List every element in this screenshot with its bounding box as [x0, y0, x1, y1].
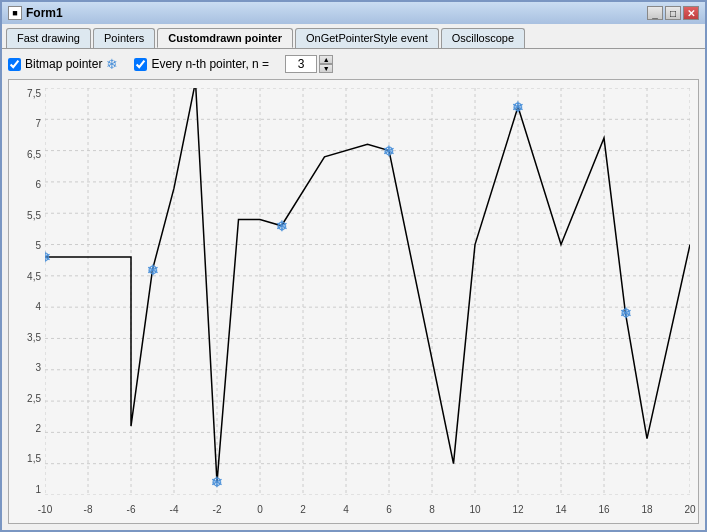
- svg-text:❄: ❄: [620, 305, 632, 321]
- bitmap-pointer-checkbox[interactable]: [8, 58, 21, 71]
- every-nth-checkbox[interactable]: [134, 58, 147, 71]
- x-axis-labels: -10-8-6-4-202468101214161820: [45, 497, 690, 521]
- content-area: Bitmap pointer ❄ Every n-th pointer, n =…: [2, 48, 705, 530]
- toolbar: Bitmap pointer ❄ Every n-th pointer, n =…: [8, 55, 699, 73]
- tab-ongetpointerstyle-event[interactable]: OnGetPointerStyle event: [295, 28, 439, 48]
- x-label: 4: [343, 504, 349, 515]
- window-title: Form1: [26, 6, 63, 20]
- x-label: 2: [300, 504, 306, 515]
- x-label: -4: [170, 504, 179, 515]
- x-label: 14: [555, 504, 566, 515]
- maximize-button[interactable]: □: [665, 6, 681, 20]
- nth-spinner: 3 ▲ ▼: [285, 55, 333, 73]
- snowflake-icon: ❄: [106, 56, 118, 72]
- x-label: -6: [127, 504, 136, 515]
- chart-inner: ❄❄❄❄❄❄❄: [45, 88, 690, 495]
- x-label: -8: [84, 504, 93, 515]
- svg-text:❄: ❄: [147, 262, 159, 278]
- chart-svg: ❄❄❄❄❄❄❄: [45, 88, 690, 495]
- svg-text:❄: ❄: [211, 474, 223, 490]
- tabs-bar: Fast drawing Pointers Customdrawn pointe…: [2, 24, 705, 48]
- svg-text:❄: ❄: [45, 249, 51, 265]
- x-label: -2: [213, 504, 222, 515]
- main-window: ■ Form1 _ □ ✕ Fast drawing Pointers Cust…: [0, 0, 707, 532]
- x-label: 16: [598, 504, 609, 515]
- tab-oscilloscope[interactable]: Oscilloscope: [441, 28, 525, 48]
- spinner-buttons: ▲ ▼: [319, 55, 333, 73]
- x-label: 12: [512, 504, 523, 515]
- every-nth-label[interactable]: Every n-th pointer, n =: [134, 57, 269, 71]
- title-bar: ■ Form1 _ □ ✕: [2, 2, 705, 24]
- bitmap-pointer-label[interactable]: Bitmap pointer ❄: [8, 56, 118, 72]
- x-label: -10: [38, 504, 52, 515]
- minimize-button[interactable]: _: [647, 6, 663, 20]
- x-label: 10: [469, 504, 480, 515]
- tab-fast-drawing[interactable]: Fast drawing: [6, 28, 91, 48]
- svg-text:❄: ❄: [512, 99, 524, 115]
- nth-input[interactable]: 3: [285, 55, 317, 73]
- title-bar-buttons: _ □ ✕: [647, 6, 699, 20]
- y-axis-labels: 7,5 7 6,5 6 5,5 5 4,5 4 3,5 3 2,5 2 1,5 …: [9, 88, 45, 495]
- svg-text:❄: ❄: [383, 143, 395, 159]
- svg-text:❄: ❄: [276, 218, 288, 234]
- close-button[interactable]: ✕: [683, 6, 699, 20]
- tab-customdrawn-pointer[interactable]: Customdrawn pointer: [157, 28, 293, 48]
- spinner-up[interactable]: ▲: [319, 55, 333, 64]
- x-label: 0: [257, 504, 263, 515]
- tab-pointers[interactable]: Pointers: [93, 28, 155, 48]
- x-label: 20: [684, 504, 695, 515]
- x-label: 18: [641, 504, 652, 515]
- x-label: 6: [386, 504, 392, 515]
- x-label: 8: [429, 504, 435, 515]
- spinner-down[interactable]: ▼: [319, 64, 333, 73]
- app-icon: ■: [8, 6, 22, 20]
- chart-container: 7,5 7 6,5 6 5,5 5 4,5 4 3,5 3 2,5 2 1,5 …: [8, 79, 699, 524]
